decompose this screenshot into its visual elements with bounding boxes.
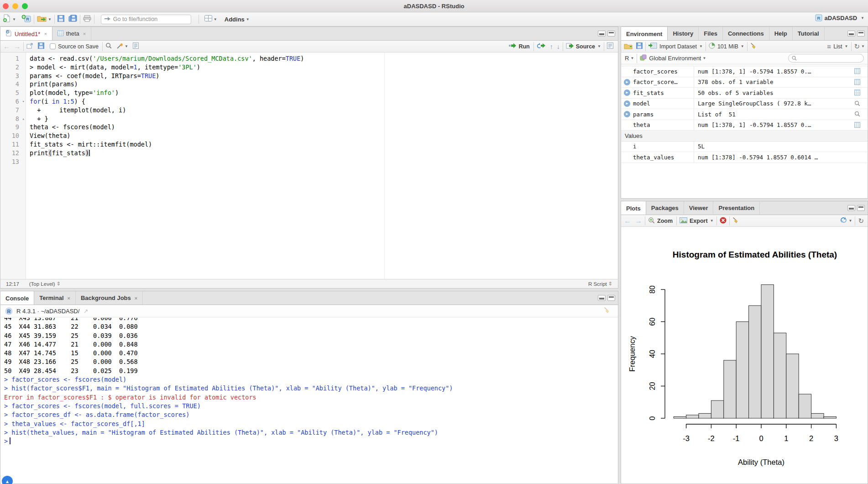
import-dataset-icon[interactable]	[648, 42, 657, 50]
pane-layout-dropdown[interactable]: ▼	[214, 17, 217, 21]
save-button[interactable]	[58, 15, 64, 24]
close-tab-icon[interactable]: ×	[44, 31, 47, 37]
import-dataset-button[interactable]: Import Dataset	[659, 43, 697, 50]
run-icon[interactable]	[509, 43, 516, 50]
new-project-button[interactable]: R	[21, 14, 31, 24]
export-plot-icon[interactable]	[680, 217, 687, 225]
expand-arrow-icon[interactable]: ▶	[624, 111, 630, 117]
plots-tab-plots[interactable]: Plots	[621, 201, 646, 215]
publish-plot-dropdown[interactable]: ▼	[849, 219, 852, 223]
print-button[interactable]	[83, 15, 91, 24]
clear-environment-icon[interactable]	[750, 42, 757, 51]
zoom-window-button[interactable]	[22, 3, 28, 9]
editor-tab-untitled1[interactable]: RUntitled1*×	[0, 27, 52, 41]
environment-object-row[interactable]: ▶fit_stats50 obs. of 5 variables	[621, 88, 868, 99]
environment-tab-environment[interactable]: Environment	[621, 27, 668, 41]
project-menu[interactable]: R aDASDASD ▼	[815, 14, 864, 21]
memory-usage-dropdown[interactable]: ▼	[741, 44, 744, 48]
language-selector[interactable]: R	[625, 55, 629, 62]
environment-object-row[interactable]: ▶paramsList of 51	[621, 109, 868, 120]
addins-menu[interactable]: Addins	[225, 16, 245, 23]
console-output[interactable]: 44 X43 13.887 21 0.000 0.77645 X44 31.86…	[0, 318, 618, 484]
environment-object-row[interactable]: ▶factor_score…378 obs. of 1 variable	[621, 77, 868, 88]
list-view-label[interactable]: List	[833, 43, 842, 50]
previous-plot-icon[interactable]: ←	[624, 217, 631, 225]
code-tools-dropdown[interactable]: ▼	[125, 44, 128, 48]
minimize-window-button[interactable]	[12, 3, 18, 9]
console-tab-console[interactable]: Console	[0, 291, 34, 305]
save-workspace-icon[interactable]	[636, 42, 643, 50]
code-tools-icon[interactable]	[116, 42, 123, 51]
environment-object-row[interactable]: i5L	[621, 142, 868, 153]
refresh-environment-icon[interactable]: ↻	[854, 42, 860, 51]
rerun-icon[interactable]	[537, 43, 545, 50]
maximize-pane-button[interactable]	[857, 31, 865, 37]
environment-tab-connections[interactable]: Connections	[723, 27, 769, 40]
minimize-pane-button[interactable]	[598, 295, 606, 301]
publish-plot-icon[interactable]	[840, 217, 847, 225]
memory-usage-label[interactable]: 101 MiB	[717, 43, 738, 50]
environment-selector[interactable]: Global Environment	[649, 55, 701, 62]
export-plot-button[interactable]: Export	[690, 218, 708, 224]
fold-close-icon[interactable]: ▴	[22, 115, 25, 123]
expand-arrow-icon[interactable]: ▶	[624, 100, 630, 107]
goto-file-input[interactable]: Go to file/function	[101, 15, 191, 24]
plots-tab-packages[interactable]: Packages	[646, 201, 684, 215]
maximize-pane-button[interactable]	[607, 31, 615, 37]
open-file-button[interactable]	[37, 15, 47, 24]
environment-search-input[interactable]	[788, 54, 864, 63]
source-dropdown[interactable]: ▼	[597, 44, 601, 48]
environment-tab-files[interactable]: Files	[699, 27, 723, 40]
close-window-button[interactable]	[3, 3, 9, 9]
close-tab-icon[interactable]: ×	[68, 295, 70, 301]
expand-arrow-icon[interactable]: ▶	[624, 89, 630, 96]
expand-arrow-icon[interactable]: ▶	[624, 79, 630, 85]
pane-layout-icon[interactable]	[204, 15, 212, 23]
close-tab-icon[interactable]: ×	[135, 295, 137, 301]
source-button[interactable]: Source	[576, 43, 595, 50]
maximize-pane-button[interactable]	[607, 295, 615, 301]
go-previous-icon[interactable]: ↑	[550, 43, 553, 50]
environment-selector-dropdown[interactable]: ▼	[702, 56, 706, 60]
source-on-save-checkbox[interactable]	[50, 43, 56, 49]
inspect-object-icon[interactable]	[854, 100, 860, 108]
open-file-dropdown[interactable]: ▼	[48, 17, 52, 21]
refresh-dropdown[interactable]: ▼	[861, 44, 865, 48]
go-next-icon[interactable]: ↓	[557, 43, 560, 50]
document-outline-icon[interactable]	[607, 42, 613, 50]
compile-report-icon[interactable]	[133, 42, 139, 50]
editor-tab-theta[interactable]: theta×	[52, 27, 91, 40]
scope-indicator[interactable]: (Top Level)	[29, 281, 55, 287]
environment-tab-tutorial[interactable]: Tutorial	[793, 27, 825, 40]
view-data-icon[interactable]	[854, 89, 860, 97]
zoom-plot-icon[interactable]	[648, 217, 655, 225]
minimize-pane-button[interactable]	[847, 205, 855, 211]
environment-tab-history[interactable]: History	[668, 27, 699, 40]
back-icon[interactable]: ←	[3, 42, 10, 50]
forward-icon[interactable]: →	[14, 42, 21, 50]
close-tab-icon[interactable]: ×	[83, 31, 86, 37]
console-popout-icon[interactable]: ↗	[83, 308, 88, 315]
source-icon[interactable]	[566, 43, 574, 50]
file-type-indicator[interactable]: R Script	[588, 281, 607, 287]
plots-tab-presentation[interactable]: Presentation	[713, 201, 760, 215]
environment-object-row[interactable]: thetanum [1:378, 1] -0.5794 1.8557 0.…	[621, 120, 868, 131]
view-data-icon[interactable]	[854, 79, 860, 86]
load-workspace-icon[interactable]	[624, 42, 633, 51]
new-file-button[interactable]	[3, 14, 11, 24]
environment-tab-help[interactable]: Help	[769, 27, 793, 40]
list-view-icon[interactable]: ≡	[827, 42, 831, 50]
code-editor[interactable]: 123456▾78▴910111213 data <- read.csv('/U…	[0, 53, 618, 279]
find-icon[interactable]	[105, 42, 112, 50]
source-pane-minmax[interactable]	[598, 31, 615, 37]
remove-plot-icon[interactable]	[720, 217, 727, 225]
refresh-plot-icon[interactable]: ↻	[858, 217, 864, 225]
run-button[interactable]: Run	[518, 43, 529, 50]
import-dataset-dropdown[interactable]: ▼	[699, 44, 703, 48]
fold-open-icon[interactable]: ▾	[22, 97, 25, 106]
minimize-pane-button[interactable]	[847, 31, 855, 37]
plots-pane-minmax[interactable]	[847, 205, 865, 211]
environment-object-row[interactable]: factor_scoresnum [1:378, 1] -0.5794 1.85…	[621, 66, 868, 77]
export-plot-dropdown[interactable]: ▼	[710, 219, 714, 223]
environment-object-row[interactable]: theta_valuesnum [1:378] -0.5794 1.8557 0…	[621, 152, 868, 163]
